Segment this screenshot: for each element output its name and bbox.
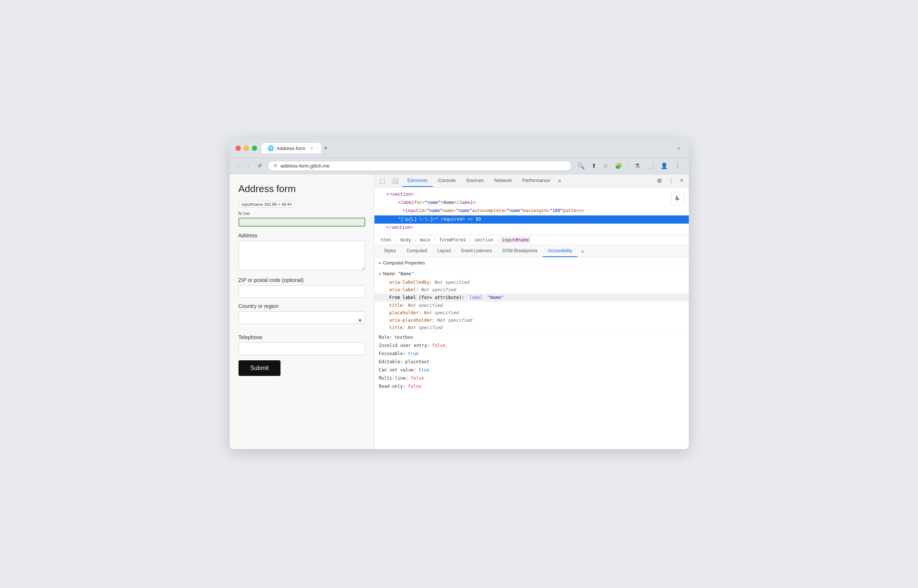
new-tab-button[interactable]: + xyxy=(321,143,331,154)
dom-line-section-close: </section> xyxy=(375,224,689,232)
tab-overflow-button[interactable]: › xyxy=(675,144,682,153)
tab-sources[interactable]: Sources xyxy=(461,174,489,187)
close-traffic-light[interactable] xyxy=(236,145,241,151)
maximize-traffic-light[interactable] xyxy=(252,145,257,151)
submit-button[interactable]: Submit xyxy=(239,360,281,376)
name-input-highlighted[interactable] xyxy=(239,218,365,226)
a11y-can-set-value-value: true xyxy=(419,367,430,373)
profile-icon-btn[interactable]: 👤 xyxy=(658,161,670,171)
zip-label: ZIP or postal code (optional) xyxy=(239,277,365,283)
share-icon-btn[interactable]: ⬆ xyxy=(589,161,598,171)
breadcrumb-body[interactable]: body xyxy=(398,237,414,243)
a11y-multiline-row: Multi-line: false xyxy=(375,374,689,382)
name-field-label: N me xyxy=(239,211,365,216)
devtools-panel: ⬚ ⬜ Elements Console Sources Network Per… xyxy=(375,174,689,449)
a11y-label-link[interactable]: label xyxy=(469,295,483,300)
url-bar[interactable]: ⚙ address-form.glitch.me xyxy=(268,161,571,171)
devtools-settings-btn[interactable]: ⚙ xyxy=(655,174,664,187)
devtools-close-btn[interactable]: × xyxy=(678,174,685,187)
tab-elements[interactable]: Elements xyxy=(402,174,433,187)
splitscreen-icon-btn[interactable]: ⬜ xyxy=(644,161,656,171)
extensions-icon-btn[interactable]: 🧩 xyxy=(613,161,624,171)
a11y-divider-1 xyxy=(375,332,689,333)
a11y-title-1: title: Not specified xyxy=(375,302,689,309)
computed-props-arrow: ▾ xyxy=(379,261,381,265)
refresh-button[interactable]: ↺ xyxy=(255,161,264,170)
tab-close-button[interactable]: × xyxy=(309,145,315,151)
active-tab[interactable]: 🌐 Address form × xyxy=(262,143,321,153)
expand-section-arrow[interactable]: ▾ xyxy=(386,191,389,198)
back-button[interactable]: ‹ xyxy=(236,161,242,170)
dom-line-section: ▾ <section> xyxy=(375,191,689,199)
subtab-accessibility[interactable]: Accessibility xyxy=(543,245,577,257)
toolbar-separator xyxy=(628,162,629,170)
a11y-can-set-value-row: Can set value: true xyxy=(375,366,689,374)
a11y-role-label: Role: xyxy=(379,335,392,340)
a11y-aria-placeholder: aria-placeholder: Not specified xyxy=(375,317,689,324)
url-security-icon: ⚙ xyxy=(273,163,278,168)
a11y-role-row: Role: textbox xyxy=(375,333,689,341)
subtab-event-listeners[interactable]: Event Listeners xyxy=(456,245,498,257)
telephone-input[interactable] xyxy=(239,342,365,355)
subtab-dom-breakpoints[interactable]: DOM Breakpoints xyxy=(497,245,543,257)
zip-input[interactable] xyxy=(239,285,365,298)
accessibility-float-btn[interactable]: ♿ xyxy=(671,192,684,205)
breadcrumb-main[interactable]: main xyxy=(418,237,433,243)
page-title: Address form xyxy=(239,183,365,195)
address-label: Address xyxy=(239,233,365,239)
a11y-placeholder: placeholder: Not specified xyxy=(375,309,689,317)
a11y-multiline-value: false xyxy=(411,376,424,381)
a11y-multiline-label: Multi-line: xyxy=(379,376,408,381)
a11y-label-name: "Name" xyxy=(485,295,504,300)
a11y-name-section: ▾ Name: "Name" aria-labelledby: Not spec… xyxy=(375,269,689,331)
subtab-layout[interactable]: Layout xyxy=(432,245,456,257)
tab-console[interactable]: Console xyxy=(433,174,461,187)
a11y-readonly-value: false xyxy=(408,384,421,389)
title-bar: 🌐 Address form × + › xyxy=(230,139,689,158)
minimize-traffic-light[interactable] xyxy=(244,145,249,151)
breadcrumb-form[interactable]: form#form1 xyxy=(437,237,468,243)
a11y-can-set-value-label: Can set value: xyxy=(379,367,417,373)
device-toggle-btn[interactable]: ⬜ xyxy=(389,174,401,187)
a11y-title-2: title: Not specified xyxy=(375,324,689,331)
a11y-invalid-row: Invalid user entry: false xyxy=(375,341,689,349)
subtabs: Styles Computed Layout Event Listeners D… xyxy=(375,245,689,257)
dom-line-label: <label for="name" > Name </label> xyxy=(375,199,689,207)
accessibility-panel: ▾ Computed Properties ▾ Name: "Name" ari… xyxy=(375,257,689,449)
browser-window: 🌐 Address form × + › ‹ › ↺ ⚙ address-for… xyxy=(230,139,689,449)
tab-favicon: 🌐 xyxy=(267,145,274,151)
devtools-icon-btn[interactable]: ⚗ xyxy=(632,161,642,171)
tab-performance[interactable]: Performance xyxy=(517,174,555,187)
devtools-more-btn[interactable]: ⋮ xyxy=(666,174,676,187)
a11y-editable-row: Editable: plaintext xyxy=(375,358,689,366)
dots-indicator: ··· xyxy=(380,208,391,215)
subtab-computed[interactable]: Computed xyxy=(401,245,432,257)
devtools-tabs-more[interactable]: » xyxy=(555,174,564,187)
search-icon-btn[interactable]: 🔍 xyxy=(575,161,587,171)
a11y-focusable-label: Focusable: xyxy=(379,351,406,356)
subtab-more[interactable]: » xyxy=(579,246,586,257)
a11y-role-value: textbox xyxy=(394,335,414,340)
bookmark-icon-btn[interactable]: ☆ xyxy=(601,161,610,171)
country-select[interactable] xyxy=(239,311,365,324)
a11y-name-value: "Name" xyxy=(398,271,414,276)
inspect-element-btn[interactable]: ⬚ xyxy=(377,174,388,187)
forward-button[interactable]: › xyxy=(245,161,252,170)
a11y-name-row[interactable]: ▾ Name: "Name" xyxy=(375,269,689,279)
telephone-label: Telephone xyxy=(239,334,365,340)
a11y-focusable-value: true xyxy=(408,351,419,356)
tab-strip: 🌐 Address form × + xyxy=(262,143,671,154)
breadcrumb-html[interactable]: html xyxy=(379,237,394,243)
breadcrumb-bar: html › body › main › form#form1 › sectio… xyxy=(375,235,689,245)
address-textarea[interactable] xyxy=(239,241,365,270)
address-bar: ‹ › ↺ ⚙ address-form.glitch.me 🔍 ⬆ ☆ 🧩 ⚗… xyxy=(230,158,689,174)
tab-network[interactable]: Network xyxy=(489,174,517,187)
computed-props-header[interactable]: ▾ Computed Properties xyxy=(375,257,689,269)
a11y-editable-label: Editable: xyxy=(379,359,403,364)
menu-icon-btn[interactable]: ⋮ xyxy=(672,161,683,171)
devtools-tabs: Elements Console Sources Network Perform… xyxy=(402,174,653,187)
breadcrumb-input[interactable]: input#name xyxy=(500,237,531,243)
breadcrumb-section[interactable]: section xyxy=(472,237,496,243)
devtools-topbar: ⬚ ⬜ Elements Console Sources Network Per… xyxy=(375,174,689,187)
subtab-styles[interactable]: Styles xyxy=(379,245,402,257)
